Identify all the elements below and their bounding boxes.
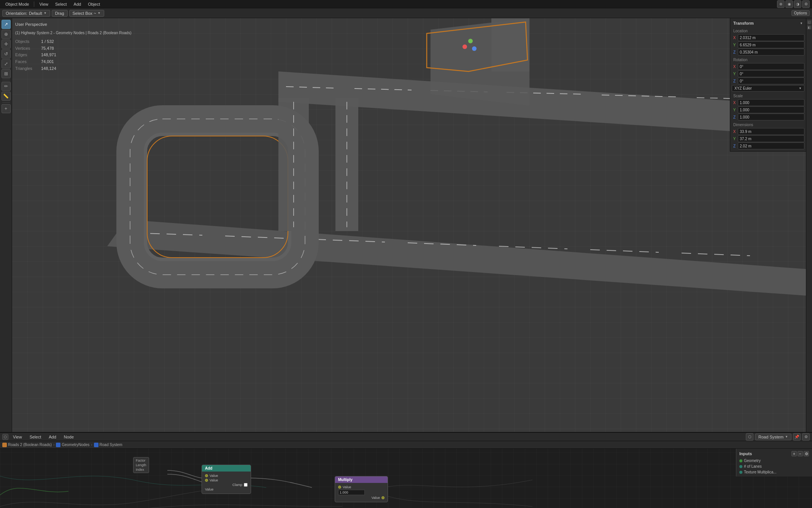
rotation-z-input[interactable] [738,78,804,84]
breadcrumb-label-2: GeometryNodes [62,443,89,447]
menu-separator-1 [34,2,34,7]
transform-tool[interactable]: ⊞ [2,69,11,78]
right-tool-2[interactable]: ◧ [807,25,812,30]
multiply-node-header: Multiply [335,476,388,483]
dim-z-label: Z [732,144,737,148]
rotation-x-input[interactable] [738,63,804,70]
rotate-tool[interactable]: ↺ [2,49,11,59]
dim-y-input[interactable] [738,135,804,142]
location-y-input[interactable] [738,41,804,48]
node-menu-select[interactable]: Select [27,434,44,440]
add-node[interactable]: Add Value Value Clamp [202,465,251,494]
add-clamp-checkbox[interactable] [244,483,248,487]
node-editor-topbar: ⬡ View Select Add Node ⬡ Road System ▼ 📌… [0,433,812,441]
road-system-dropdown[interactable]: Road System ▼ [755,434,791,440]
move-tool[interactable]: ✛ [2,40,11,49]
multiply-node[interactable]: Multiply Value Value [335,476,388,502]
options-button[interactable]: Options [791,10,810,16]
dim-z-input[interactable] [738,142,804,149]
breadcrumb-item-3[interactable]: Road System [94,443,122,447]
location-x-row: X [732,34,804,41]
menu-view[interactable]: View [36,1,51,7]
select-box-dropdown[interactable]: Select Box ~ ▼ [69,10,104,17]
node-editor-icon-1[interactable]: ⬡ [746,433,753,441]
breadcrumb-label-3: Road System [100,443,122,447]
location-label: Location [732,28,804,34]
rotation-mode-label: XYZ Euler [734,86,752,90]
3d-viewport[interactable]: User Perspective (1) Highway System 2 - … [12,18,806,432]
location-x-input[interactable] [738,34,804,41]
panel-collapse-icon[interactable]: ▼ [800,22,803,25]
shading-icon[interactable]: ◑ [794,0,801,8]
breadcrumb-item-1[interactable]: Roads 2 (Boolean Roads) [2,443,52,447]
right-toolbar: ◱ ◧ [806,18,812,432]
road-system-label: Road System [758,435,783,439]
node-editor: ⬡ View Select Add Node ⬡ Road System ▼ 📌… [0,432,812,508]
add-node-title: Add [205,466,212,470]
svg-point-24 [468,39,473,43]
rotation-x-label: X [732,65,737,69]
faces-value: 74,001 [41,59,54,65]
multiply-node-title: Multiply [338,478,353,482]
multiply-value-input[interactable] [338,490,365,495]
node-menu-node[interactable]: Node [61,434,77,440]
scale-y-input[interactable] [738,106,804,113]
node-menu-view[interactable]: View [10,434,25,440]
input-lanes-row: # of Lanes [738,464,810,469]
global-icon[interactable]: ⊕ [777,0,785,8]
dim-x-input[interactable] [738,128,804,135]
scale-z-input[interactable] [738,114,804,120]
rotation-mode-arrow: ▼ [799,87,802,90]
scale-x-input[interactable] [738,99,804,106]
inputs-remove-button[interactable]: − [798,451,803,456]
edges-label: Edges [15,52,38,59]
breadcrumb-item-2[interactable]: GeometryNodes [56,443,89,447]
edges-stat: Edges 148,971 [15,52,132,59]
dim-x-label: X [732,130,737,134]
add-output-label: Value [205,487,213,491]
scale-y-label: Y [732,108,737,112]
menu-select[interactable]: Select [52,1,70,7]
viewport-view-label: User Perspective [15,21,132,28]
add-output-row: Value [205,487,248,491]
inputs-add-button[interactable]: + [791,451,797,456]
node-settings-icon[interactable]: ⚙ [802,433,810,441]
scale-label: Scale [732,93,804,99]
right-tool-1[interactable]: ◱ [807,20,812,24]
rotation-y-input[interactable] [738,70,804,77]
node-breadcrumb: Roads 2 (Boolean Roads) › GeometryNodes … [0,441,812,449]
node-pin-icon[interactable]: 📌 [793,433,801,441]
scale-tool[interactable]: ⤢ [2,59,11,68]
texture-dot [739,471,742,474]
cursor-tool[interactable]: ⊕ [2,30,11,39]
overlay-icon[interactable]: ◉ [785,0,793,8]
transform-panel-header: Transform ▼ [732,20,804,27]
node-editor-icon[interactable]: ⬡ [2,434,8,440]
texture-label: Texture Multiplica... [744,470,777,474]
menu-object-mode[interactable]: Object Mode [2,1,32,7]
orientation-dropdown[interactable]: Orientation: Default ▼ [2,10,50,17]
svg-line-11 [590,250,659,252]
transform-title: Transform [733,21,754,25]
top-menu-bar: Object Mode View Select Add Object ⊕ ◉ ◑… [0,0,812,8]
dim-y-label: Y [732,137,737,141]
node-editor-content[interactable]: Factor Length Index Add Value Value [0,441,812,508]
add-tool[interactable]: + [2,104,11,113]
menu-add[interactable]: Add [71,1,84,7]
menu-object[interactable]: Object [85,1,103,7]
add-value-row: Value [205,474,248,478]
node-menu-add[interactable]: Add [46,434,59,440]
location-z-label: Z [732,50,737,54]
measure-tool[interactable]: 📏 [2,92,11,101]
svg-point-25 [472,46,477,51]
select-tool[interactable]: ↗ [2,20,11,29]
settings-icon[interactable]: ⚙ [802,0,810,8]
inputs-panel-header: Inputs + − ⚙ [738,450,810,458]
location-z-input[interactable] [738,49,804,55]
rotation-mode-dropdown[interactable]: XYZ Euler ▼ [732,85,804,92]
drag-button[interactable]: Drag [52,10,68,17]
scale-section: Scale X Y Z [732,93,804,120]
triangles-value: 148,124 [41,65,56,72]
inputs-settings-button[interactable]: ⚙ [804,451,809,456]
annotate-tool[interactable]: ✏ [2,82,11,91]
